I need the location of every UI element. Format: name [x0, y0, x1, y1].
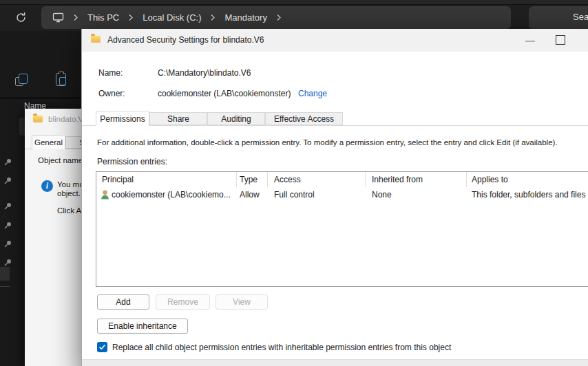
copy-icon[interactable] [15, 74, 29, 87]
owner-label: Owner: [98, 89, 125, 98]
name-label: Name: [98, 68, 123, 78]
folder-icon [91, 36, 101, 43]
column-header-principal[interactable]: Principal [102, 175, 134, 184]
search-text: Sea [573, 12, 588, 22]
tab-divider [82, 125, 588, 126]
table-row[interactable]: cookiemonster (LAB\cookiemo... Allow Ful… [96, 187, 588, 203]
column-header-inherited-from[interactable]: Inherited from [372, 175, 423, 184]
column-divider [267, 172, 268, 187]
dialog-titlebar: Advanced Security Settings for blindato.… [82, 29, 588, 52]
name-value: C:\Mandatory\blindato.V6 [158, 68, 251, 78]
pin-icon[interactable] [3, 175, 13, 185]
object-name-label: Object name [38, 156, 83, 164]
nav-item-highlight[interactable] [0, 267, 10, 281]
advanced-security-dialog: Advanced Security Settings for blindato.… [81, 29, 588, 366]
refresh-icon[interactable] [15, 12, 27, 23]
column-divider [466, 172, 467, 187]
cell-access: Full control [274, 190, 315, 200]
pin-icon[interactable] [3, 157, 13, 166]
column-header-applies-to[interactable]: Applies to [472, 175, 508, 184]
cell-inherited-from: None [372, 190, 392, 200]
minimize-button[interactable] [525, 41, 535, 42]
cell-type: Allow [240, 190, 260, 200]
properties-title: blindato.V [48, 115, 83, 123]
dialog-footer [82, 359, 588, 366]
breadcrumb-local-disk-c[interactable]: Local Disk (C:) [143, 12, 201, 23]
toolbar-separator [0, 97, 81, 99]
change-owner-link[interactable]: Change [298, 89, 327, 98]
cell-principal: cookiemonster (LAB\cookiemo... [112, 190, 231, 200]
permission-entries-table: Principal Type Access Inherited from App… [96, 171, 588, 287]
paste-icon[interactable] [56, 72, 68, 87]
chevron-right-icon [276, 14, 282, 21]
pin-icon[interactable] [3, 201, 13, 211]
tab-general[interactable]: General [32, 135, 65, 149]
info-icon: i [41, 180, 53, 192]
enable-inheritance-button[interactable]: Enable inheritance [97, 319, 188, 334]
column-header-access[interactable]: Access [274, 175, 301, 184]
pin-icon[interactable] [3, 257, 13, 267]
owner-value: cookiemonster (LAB\cookiemonster) [158, 89, 291, 98]
user-icon [100, 189, 110, 200]
chevron-right-icon [73, 14, 78, 21]
breadcrumb-bar: This PC Local Disk (C:) Mandatory [41, 6, 511, 29]
search-input[interactable]: Sea [529, 6, 588, 29]
column-divider [365, 172, 366, 187]
cell-applies-to: This folder, subfolders and files [472, 190, 585, 200]
permission-entries-label: Permission entries: [97, 157, 167, 166]
tab-share[interactable]: Share [149, 112, 207, 125]
this-pc-icon [52, 12, 64, 23]
tab-auditing[interactable]: Auditing [207, 112, 265, 125]
column-divider [236, 172, 237, 187]
chevron-right-icon [128, 14, 134, 21]
maximize-button[interactable] [556, 35, 565, 45]
chevron-right-icon [210, 14, 216, 21]
view-button[interactable]: View [216, 294, 268, 310]
breadcrumb-this-pc[interactable]: This PC [87, 12, 119, 23]
replace-permissions-checkbox[interactable] [97, 342, 107, 352]
replace-permissions-label: Replace all child object permission entr… [112, 343, 451, 352]
breadcrumb-mandatory[interactable]: Mandatory [224, 12, 266, 23]
info-text-line: object. [57, 189, 81, 197]
tab-effective-access[interactable]: Effective Access [265, 112, 343, 125]
folder-icon [33, 116, 43, 122]
dialog-instructions: For additional information, double-click… [97, 138, 588, 147]
screen: This PC Local Disk (C:) Mandatory Sea Na… [0, 0, 588, 366]
dialog-title: Advanced Security Settings for blindato.… [107, 35, 264, 45]
pin-icon[interactable] [3, 220, 13, 230]
remove-button[interactable]: Remove [156, 294, 210, 310]
nav-separator [0, 286, 10, 287]
pin-icon[interactable] [3, 239, 13, 248]
tab-permissions[interactable]: Permissions [96, 111, 149, 126]
column-header-type[interactable]: Type [240, 175, 258, 184]
explorer-toolbar: This PC Local Disk (C:) Mandatory Sea [0, 0, 588, 31]
add-button[interactable]: Add [97, 294, 149, 310]
window-titlebar-edge [0, 0, 588, 5]
